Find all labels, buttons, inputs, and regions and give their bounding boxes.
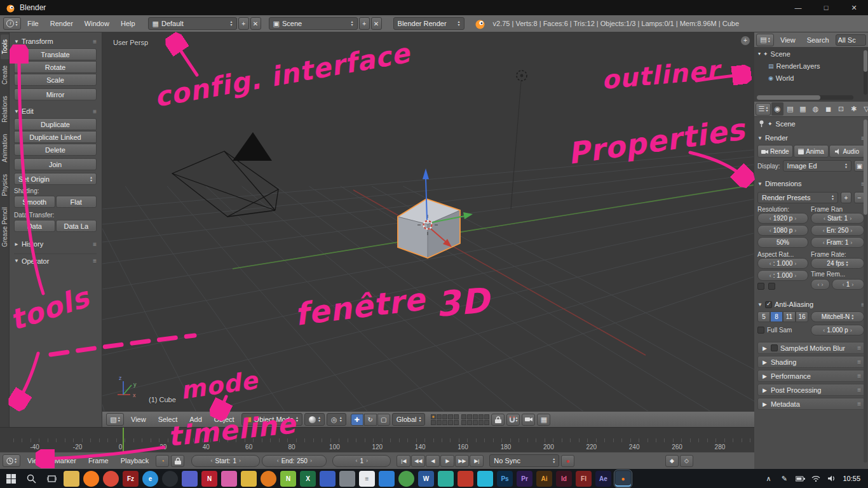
keyingset-add-icon[interactable]: ◇	[680, 455, 693, 467]
aa-samples-5[interactable]: 5	[757, 311, 770, 322]
aa-size-slider[interactable]: ‹1.000 p›	[811, 325, 864, 336]
collapsed-panel[interactable]: ► Shading ≡	[757, 356, 865, 368]
menu-frame[interactable]: Frame	[83, 454, 114, 467]
scale-button[interactable]: Scale	[14, 74, 97, 86]
panel-menu-icon[interactable]: ≡	[857, 344, 861, 351]
menu-view[interactable]: View	[775, 34, 801, 46]
taskbar-app-firefox[interactable]	[83, 471, 99, 487]
current-frame-field[interactable]: ‹1›	[332, 455, 391, 467]
toolshelf-tab-tools[interactable]: Tools	[1, 34, 9, 59]
properties-tab-render-layers[interactable]: ▤	[784, 102, 796, 116]
taskbar-app-chrome[interactable]	[398, 471, 414, 487]
tray-expand-icon[interactable]: ∧	[763, 475, 773, 483]
taskbar-app-notepadpp[interactable]: N	[280, 471, 296, 487]
lamp-object[interactable]	[511, 71, 527, 209]
keyingset-icon[interactable]: ◆	[665, 455, 679, 467]
render-engine-dropdown[interactable]: Blender Render	[393, 17, 465, 30]
menu-help[interactable]: Help	[116, 17, 140, 30]
panel-menu-icon[interactable]: ≡	[857, 372, 861, 379]
taskbar-app-vlc[interactable]	[261, 471, 276, 487]
taskbar-app-steam[interactable]	[162, 471, 178, 487]
viewport-canvas[interactable]: x y z	[102, 32, 754, 411]
start-button[interactable]	[3, 470, 19, 487]
opengl-render-anim-icon[interactable]: ▦	[537, 414, 550, 426]
transport-button[interactable]: ▶	[440, 455, 454, 467]
menu-add[interactable]: Add	[184, 413, 207, 426]
transport-button[interactable]: ▶|	[470, 455, 484, 467]
taskbar-app-blue2[interactable]	[379, 471, 395, 487]
editor-type-button-properties[interactable]: ☰	[756, 103, 771, 116]
editor-type-button-info[interactable]: i	[3, 17, 21, 30]
aa-samples-11[interactable]: 11	[783, 311, 796, 322]
collapsed-panel[interactable]: ► Post Processing ≡	[757, 384, 865, 396]
toolshelf-tab-physics[interactable]: Physics	[1, 169, 9, 201]
taskbar-app-red[interactable]	[458, 471, 473, 487]
menu-view[interactable]: View	[126, 413, 151, 426]
taskbar-clock[interactable]: 10:55	[843, 475, 860, 482]
smooth-button[interactable]: Smooth	[14, 196, 55, 208]
transport-button[interactable]: ◀◀	[411, 455, 425, 467]
lock-time-icon[interactable]	[171, 455, 184, 467]
properties-tab-world[interactable]: ◍	[810, 102, 822, 116]
properties-tab-render[interactable]: ◉	[771, 102, 783, 116]
screen-layout-selector[interactable]: ▦ Default	[148, 17, 237, 30]
taskbar-app-edge[interactable]: e	[142, 471, 158, 487]
panel-menu-icon[interactable]: ≡	[93, 108, 97, 115]
panel-header-dimensions[interactable]: ▼ Dimensions ≡	[757, 178, 865, 189]
taskbar-app-gray[interactable]	[339, 471, 355, 487]
taskbar-app-filezilla[interactable]: Fz	[123, 471, 139, 487]
menu-object[interactable]: Object	[209, 413, 240, 426]
taskbar-app-flash[interactable]: Fl	[576, 471, 592, 487]
manipulator-scale-toggle[interactable]: ▢	[377, 414, 390, 426]
end-frame-field[interactable]: ‹End:250›	[262, 455, 327, 467]
toolshelf-tab-animation[interactable]: Animation	[1, 129, 9, 167]
start-frame-field[interactable]: ‹Start:1›	[191, 455, 260, 467]
aa-samples-16[interactable]: 16	[796, 311, 808, 322]
taskbar-app-blue[interactable]	[320, 471, 336, 487]
panel-sampled-motion-blur[interactable]: ► Sampled Motion Blur ≡	[757, 342, 865, 354]
timeline-ruler[interactable]: -40-200204060801001201401601802002202402…	[0, 427, 754, 452]
outliner-item-scene[interactable]: ▾ ✦ Scene	[754, 48, 868, 60]
panel-header-render[interactable]: ▼ Render ≡	[757, 132, 865, 144]
preview-range-icon[interactable]: ◔	[156, 455, 169, 467]
rotate-button[interactable]: Rotate	[14, 61, 97, 73]
transport-button[interactable]: ▶▶	[455, 455, 469, 467]
render-button[interactable]: Rende	[757, 145, 793, 158]
panel-menu-icon[interactable]: ≡	[857, 358, 861, 365]
volume-icon[interactable]	[827, 475, 837, 482]
manipulator-rotate-toggle[interactable]: ↻	[364, 414, 377, 426]
taskbar-app-aftereffects[interactable]: Ae	[595, 471, 611, 487]
panel-menu-icon[interactable]: ≡	[93, 38, 97, 45]
transport-button[interactable]: |◀	[397, 455, 410, 467]
anti-aliasing-checkbox[interactable]	[765, 301, 772, 308]
transport-button[interactable]: ◀	[426, 455, 440, 467]
panel-header-operator[interactable]: ▼ Operator ≡	[14, 254, 97, 265]
data-layout-button[interactable]: Data La	[56, 220, 97, 232]
properties-tab-constraints[interactable]: ⊡	[835, 102, 847, 116]
toolshelf-tab-grease-pencil[interactable]: Grease Pencil	[1, 202, 9, 252]
panel-header-edit[interactable]: ▼ Edit ≡	[14, 105, 97, 117]
menu-select[interactable]: Select	[153, 413, 183, 426]
editor-type-button-outliner[interactable]: ▤	[756, 34, 774, 46]
aspect-y-field[interactable]: ‹: 1.000›	[757, 270, 808, 281]
join-button[interactable]: Join	[14, 158, 97, 170]
viewport-shading-dropdown[interactable]	[304, 413, 325, 426]
fps-dropdown[interactable]: 24 fps	[811, 258, 864, 269]
snap-magnet-icon[interactable]	[506, 414, 520, 426]
sampled-motion-blur-checkbox[interactable]	[771, 344, 778, 351]
add-layout-button[interactable]: +	[238, 17, 249, 30]
menu-window[interactable]: Window	[79, 17, 114, 30]
delete-button[interactable]: Delete	[14, 144, 97, 156]
remap-old-field[interactable]: ‹›	[811, 279, 830, 290]
menu-file[interactable]: File	[22, 17, 44, 30]
mode-dropdown[interactable]: Object Mode	[241, 413, 302, 426]
taskbar-app-discord[interactable]	[182, 471, 198, 487]
flat-button[interactable]: Flat	[56, 196, 97, 208]
panel-header-anti-aliasing[interactable]: ▼ Anti-Aliasing ≡	[757, 299, 865, 310]
menu-playback[interactable]: Playback	[116, 454, 154, 467]
menu-render[interactable]: Render	[45, 17, 78, 30]
aa-filter-dropdown[interactable]: Mitchell-N	[811, 311, 864, 322]
taskbar-app-indesign[interactable]: Id	[556, 471, 572, 487]
properties-tab-data[interactable]: ▽	[860, 102, 868, 116]
panel-menu-icon[interactable]: ≡	[93, 257, 97, 264]
